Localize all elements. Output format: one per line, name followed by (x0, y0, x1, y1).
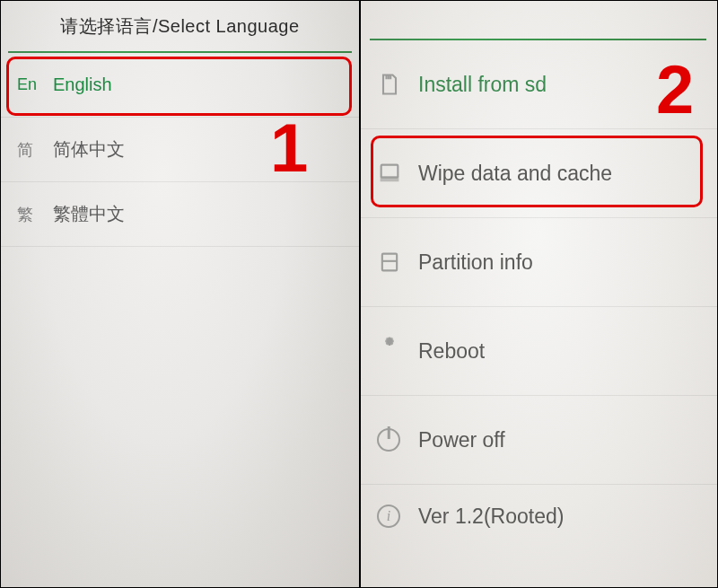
menu-item-install-sd[interactable]: Install from sd (359, 40, 717, 129)
lang-item-traditional[interactable]: 繁 繁體中文 (1, 182, 359, 247)
lang-item-simplified[interactable]: 简 简体中文 (1, 118, 359, 182)
partition-icon (377, 250, 418, 275)
menu-item-version[interactable]: i Ver 1.2(Rooted) (359, 485, 717, 548)
svg-rect-1 (382, 254, 397, 271)
power-icon (377, 428, 418, 452)
lang-item-english[interactable]: En English (1, 53, 359, 118)
wipe-icon (377, 161, 418, 186)
menu-label: Power off (418, 428, 505, 452)
lang-label: 繁體中文 (53, 202, 125, 226)
lang-label: English (53, 75, 112, 95)
svg-rect-0 (381, 165, 398, 178)
menu-label: Wipe data and cache (418, 162, 612, 186)
title-text: 请选择语言/Select Language (60, 14, 299, 39)
menu-item-power-off[interactable]: Power off (359, 396, 717, 485)
spinner-icon (377, 338, 418, 364)
menu-label: Partition info (418, 250, 533, 275)
language-list: En English 简 简体中文 繁 繁體中文 (1, 53, 359, 247)
panel-divider (359, 1, 361, 587)
lang-prefix: 简 (17, 139, 53, 161)
sd-card-icon (377, 72, 418, 97)
menu-item-wipe-data[interactable]: Wipe data and cache (359, 129, 717, 218)
menu-label: Install from sd (418, 73, 547, 97)
panel-title: 请选择语言/Select Language (1, 1, 359, 51)
info-icon: i (377, 505, 418, 528)
lang-label: 简体中文 (53, 137, 125, 162)
language-select-panel: 请选择语言/Select Language En English 简 简体中文 … (1, 1, 359, 587)
menu-item-partition[interactable]: Partition info (359, 218, 717, 307)
recovery-menu-panel: Install from sd Wipe data and cache Part… (359, 1, 717, 587)
menu-label: Ver 1.2(Rooted) (418, 505, 564, 529)
menu-label: Reboot (418, 339, 485, 364)
title-divider (370, 39, 706, 40)
lang-prefix: En (17, 75, 53, 94)
menu-item-reboot[interactable]: Reboot (359, 307, 717, 396)
lang-prefix: 繁 (17, 204, 53, 225)
